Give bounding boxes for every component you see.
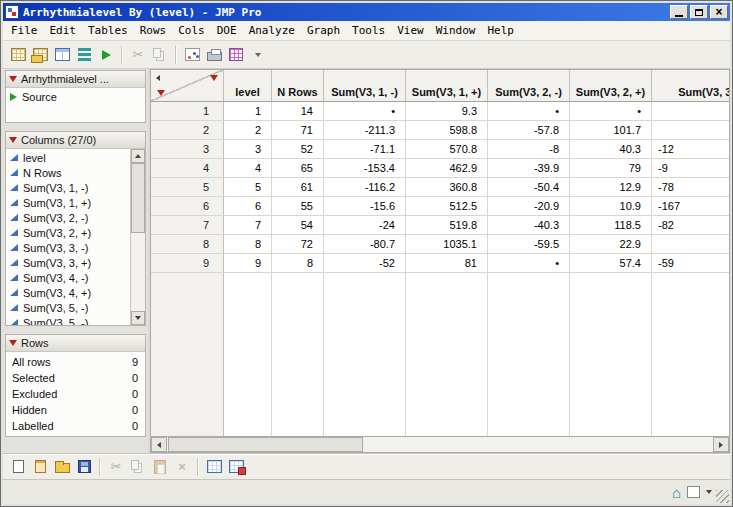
columns-panel-header[interactable]: Columns (27/0) (6, 132, 145, 149)
table-cell[interactable]: 9.3 (406, 102, 488, 121)
column-list-item[interactable]: Sum(V3, 2, -) (6, 210, 130, 225)
scrollbar-track[interactable] (167, 437, 713, 452)
table-cell[interactable]: 71 (272, 121, 324, 140)
row-number-cell[interactable]: 9 (151, 254, 224, 273)
scroll-down-button[interactable] (131, 311, 145, 325)
table-cell[interactable]: -80.7 (324, 235, 406, 254)
row-number-cell[interactable]: 3 (151, 140, 224, 159)
table-cell[interactable]: • (488, 254, 570, 273)
column-list-item[interactable]: Sum(V3, 5, -) (6, 315, 130, 325)
maximize-button[interactable] (690, 5, 708, 19)
scrollbar-thumb[interactable] (131, 163, 145, 233)
table-cell[interactable]: -211.3 (324, 121, 406, 140)
column-header[interactable]: Sum(V3, 3, -) (652, 70, 729, 101)
row-number-cell[interactable]: 4 (151, 159, 224, 178)
table-cell[interactable]: -82 (652, 216, 729, 235)
sort-columns-icon[interactable] (74, 45, 94, 65)
rows-menu-icon[interactable] (157, 90, 165, 96)
table-cell[interactable]: -57.8 (488, 121, 570, 140)
red-triangle-menu-icon[interactable] (9, 137, 17, 143)
table-cell[interactable]: 9 (224, 254, 272, 273)
table-cell[interactable] (652, 102, 729, 121)
table-cell[interactable]: • (488, 102, 570, 121)
table-cell[interactable]: -167 (652, 197, 729, 216)
column-header[interactable]: N Rows (272, 70, 324, 101)
menu-file[interactable]: File (5, 22, 44, 39)
table-cell[interactable]: • (570, 102, 652, 121)
window-grid-icon[interactable] (52, 45, 72, 65)
column-header[interactable]: Sum(V3, 2, -) (488, 70, 570, 101)
menu-view[interactable]: View (391, 22, 430, 39)
table-cell[interactable]: 360.8 (406, 178, 488, 197)
table-cell[interactable]: 5 (224, 178, 272, 197)
table-cell[interactable]: 22.9 (570, 235, 652, 254)
scrollbar-thumb[interactable] (168, 437, 363, 452)
dropdown-caret-icon[interactable] (706, 490, 712, 494)
table-cell[interactable]: 52 (272, 140, 324, 159)
table-cell[interactable]: 65 (272, 159, 324, 178)
table-cell[interactable]: 4 (224, 159, 272, 178)
menu-doe[interactable]: DOE (211, 22, 243, 39)
resize-grip[interactable] (716, 490, 729, 503)
table-cell[interactable]: 8 (224, 235, 272, 254)
table-cell[interactable]: -24 (324, 216, 406, 235)
table-cell[interactable]: -50.4 (488, 178, 570, 197)
table-cell[interactable]: 61 (272, 178, 324, 197)
column-list-item[interactable]: Sum(V3, 2, +) (6, 225, 130, 240)
table-cell[interactable]: 598.8 (406, 121, 488, 140)
column-list-item[interactable]: Sum(V3, 1, +) (6, 195, 130, 210)
table-cell[interactable]: -40.3 (488, 216, 570, 235)
scroll-right-button[interactable] (713, 437, 729, 452)
column-list-item[interactable]: N Rows (6, 165, 130, 180)
row-number-cell[interactable]: 6 (151, 197, 224, 216)
table-cell[interactable]: 54 (272, 216, 324, 235)
horizontal-scrollbar[interactable] (151, 436, 729, 452)
column-header[interactable]: Sum(V3, 1, +) (406, 70, 488, 101)
data-table-icon[interactable] (204, 457, 224, 477)
save-icon[interactable] (74, 457, 94, 477)
scrollbar-track[interactable] (131, 163, 145, 311)
column-list-item[interactable]: Sum(V3, 3, -) (6, 240, 130, 255)
close-button[interactable]: × (710, 5, 728, 19)
table-cell[interactable]: 6 (224, 197, 272, 216)
split-table-icon[interactable] (226, 457, 246, 477)
table-panel-header[interactable]: Arrhythmialevel ... (6, 71, 145, 88)
table-cell[interactable]: -71.1 (324, 140, 406, 159)
table-cell[interactable]: -116.2 (324, 178, 406, 197)
menu-help[interactable]: Help (481, 22, 520, 39)
menu-tables[interactable]: Tables (82, 22, 134, 39)
scatterplot-icon[interactable] (182, 45, 202, 65)
table-cell[interactable]: • (324, 102, 406, 121)
home-window-icon[interactable]: ⌂ (672, 485, 681, 500)
row-number-cell[interactable]: 7 (151, 216, 224, 235)
minimize-button[interactable] (670, 5, 688, 19)
column-list-item[interactable]: Sum(V3, 5, -) (6, 300, 130, 315)
table-cell[interactable]: 3 (224, 140, 272, 159)
table-cell[interactable]: 512.5 (406, 197, 488, 216)
printer-icon[interactable] (204, 45, 224, 65)
table-cell[interactable]: 14 (272, 102, 324, 121)
table-cell[interactable]: 2 (224, 121, 272, 140)
row-number-cell[interactable]: 5 (151, 178, 224, 197)
table-cell[interactable]: -59.5 (488, 235, 570, 254)
red-triangle-menu-icon[interactable] (9, 76, 17, 82)
menu-edit[interactable]: Edit (44, 22, 83, 39)
table-cell[interactable]: 72 (272, 235, 324, 254)
table-cell[interactable]: -153.4 (324, 159, 406, 178)
table-cell[interactable]: -59 (652, 254, 729, 273)
panel-splitter[interactable] (3, 326, 148, 333)
table-cell[interactable]: 55 (272, 197, 324, 216)
table-cell[interactable]: 8 (272, 254, 324, 273)
scroll-up-button[interactable] (131, 149, 145, 163)
source-script-item[interactable]: Source (6, 88, 145, 105)
title-bar[interactable]: Arrhythmialevel By (level) - JMP Pro × (3, 3, 730, 21)
table-cell[interactable]: -78 (652, 178, 729, 197)
new-journal-icon[interactable] (30, 457, 50, 477)
column-list-item[interactable]: level (6, 150, 130, 165)
column-list-item[interactable]: Sum(V3, 1, -) (6, 180, 130, 195)
column-header[interactable]: level (224, 70, 272, 101)
table-cell[interactable]: 40.3 (570, 140, 652, 159)
table-cell[interactable]: 519.8 (406, 216, 488, 235)
table-cell[interactable]: 12.9 (570, 178, 652, 197)
columns-menu-icon[interactable] (210, 75, 218, 81)
